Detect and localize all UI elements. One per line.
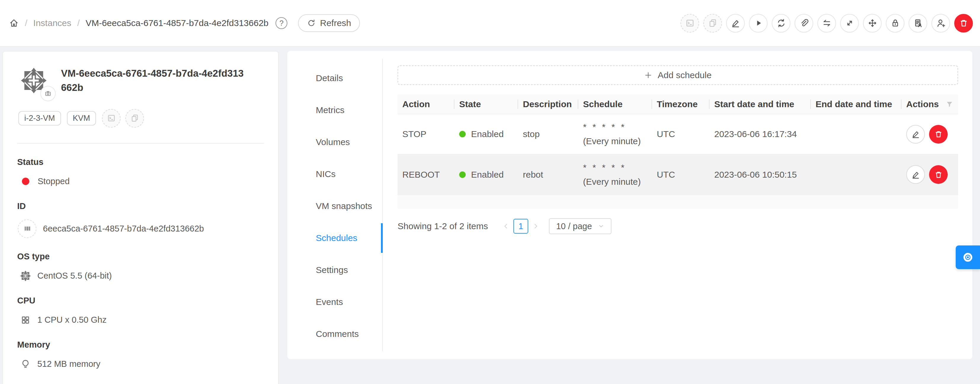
vm-info-card: VM-6eeca5ca-6761-4857-b7da-4e2fd313662b … — [2, 51, 279, 384]
camera-icon — [44, 90, 52, 97]
refresh-label: Refresh — [320, 18, 351, 28]
cell-timezone: UTC — [652, 114, 710, 154]
page-number-button[interactable]: 1 — [514, 219, 528, 233]
tab-nics[interactable]: NICs — [287, 158, 383, 190]
change-icon-button[interactable] — [40, 86, 56, 101]
delete-schedule-button[interactable] — [929, 165, 948, 184]
ui-settings-drawer-button[interactable] — [956, 246, 980, 269]
breadcrumb-separator: / — [77, 18, 80, 28]
edit-icon — [730, 18, 741, 28]
cell-actions — [902, 114, 958, 154]
col-timezone: Timezone — [652, 94, 710, 114]
move-icon — [867, 18, 878, 28]
vm-title: VM-6eeca5ca-6761-4857-b7da-4e2fd313662b — [61, 66, 248, 95]
col-action: Action — [398, 94, 455, 114]
cell-end-date — [811, 154, 902, 195]
schedules-table: Action State Description Schedule Timezo… — [398, 94, 958, 195]
cpu-section: CPU 1 CPU x 0.50 Ghz — [17, 296, 264, 326]
table-row: STOP Enabled stop * * * * * (Every minut… — [398, 114, 958, 154]
add-user-button[interactable] — [931, 14, 950, 33]
copy-button-small — [125, 109, 144, 128]
user-add-icon — [936, 18, 946, 28]
os-value: CentOS 5.5 (64-bit) — [37, 271, 112, 281]
id-label: ID — [17, 202, 264, 211]
col-end-date: End date and time — [811, 94, 902, 114]
delete-schedule-button[interactable] — [929, 125, 948, 144]
status-value: Stopped — [38, 176, 70, 186]
trash-icon — [934, 129, 943, 139]
tab-schedules[interactable]: Schedules — [287, 222, 383, 254]
move-button[interactable] — [863, 14, 881, 33]
play-icon — [753, 18, 764, 28]
breadcrumb-separator: / — [25, 18, 27, 28]
edit-schedule-button[interactable] — [906, 125, 925, 144]
centos-icon — [20, 271, 31, 281]
vm-logo — [21, 68, 47, 94]
id-value: 6eeca5ca-6761-4857-b7da-4e2fd313662b — [43, 224, 204, 233]
table-header-row: Action State Description Schedule Timezo… — [398, 94, 958, 114]
reset-password-button[interactable] — [886, 14, 904, 33]
assign-instance-button[interactable] — [908, 14, 927, 33]
trash-icon — [934, 170, 943, 179]
console-icon — [107, 113, 116, 123]
migrate-button[interactable] — [817, 14, 836, 33]
tab-comments[interactable]: Comments — [287, 318, 383, 350]
edit-schedule-button[interactable] — [906, 165, 925, 184]
tab-settings[interactable]: Settings — [287, 254, 383, 286]
col-start-date: Start date and time — [710, 94, 811, 114]
page-size-select[interactable]: 10 / page — [549, 218, 611, 234]
pagination: Showing 1-2 of 2 items 1 10 / page — [398, 218, 958, 234]
cell-start-date: 2023-06-06 16:17:34 — [710, 114, 811, 154]
gear-icon — [962, 251, 974, 263]
status-stopped-dot — [22, 178, 29, 185]
tab-details[interactable]: Details — [287, 62, 383, 94]
tab-vm-snapshots[interactable]: VM snapshots — [287, 190, 383, 222]
paperclip-icon — [799, 18, 809, 28]
tab-events[interactable]: Events — [287, 286, 383, 318]
id-section: ID 6eeca5ca-6761-4857-b7da-4e2fd313662b — [17, 202, 264, 238]
header-action-bar — [681, 14, 973, 33]
cell-action: STOP — [398, 114, 455, 154]
os-section: OS type CentOS 5.5 (64-bit) — [17, 252, 264, 282]
attach-iso-button[interactable] — [795, 14, 813, 33]
tab-metrics[interactable]: Metrics — [287, 94, 383, 126]
copy-icon — [130, 113, 140, 123]
console-button — [681, 14, 699, 33]
col-description: Description — [518, 94, 578, 114]
chevron-left-icon — [502, 222, 510, 230]
refresh-button[interactable]: Refresh — [298, 14, 360, 32]
sync-icon — [776, 18, 786, 28]
col-actions: Actions — [902, 94, 958, 114]
home-icon[interactable] — [9, 18, 19, 28]
add-schedule-button[interactable]: Add schedule — [398, 65, 958, 85]
help-icon[interactable]: ? — [275, 17, 287, 29]
enabled-dot — [459, 171, 466, 178]
copy-button — [703, 14, 722, 33]
breadcrumb-current-vm: VM-6eeca5ca-6761-4857-b7da-4e2fd313662b — [86, 18, 269, 28]
previous-page-button[interactable] — [502, 222, 510, 230]
reinstall-button[interactable] — [772, 14, 791, 33]
tag-hypervisor: KVM — [67, 111, 96, 125]
edit-icon — [911, 129, 920, 139]
edit-button[interactable] — [726, 14, 745, 33]
memory-value: 512 MB memory — [37, 359, 100, 369]
tab-volumes[interactable]: Volumes — [287, 126, 383, 158]
os-label: OS type — [17, 252, 264, 262]
page-size-value: 10 / page — [556, 221, 592, 231]
chevron-right-icon — [532, 222, 539, 230]
col-schedule: Schedule — [578, 94, 652, 114]
cell-start-date: 2023-06-06 10:50:15 — [710, 154, 811, 195]
console-button-small — [102, 109, 121, 128]
vm-detail-panel: Details Metrics Volumes NICs VM snapshot… — [287, 51, 972, 359]
filter-icon[interactable] — [946, 100, 953, 108]
destroy-button[interactable] — [954, 14, 973, 33]
breadcrumb: / Instances / VM-6eeca5ca-6761-4857-b7da… — [9, 14, 360, 32]
scale-button[interactable] — [840, 14, 859, 33]
start-button[interactable] — [749, 14, 768, 33]
breadcrumb-instances[interactable]: Instances — [33, 18, 71, 28]
console-icon — [685, 18, 695, 28]
next-page-button[interactable] — [532, 222, 539, 230]
status-label: Status — [17, 157, 264, 167]
reload-icon — [307, 19, 316, 27]
divider — [17, 143, 264, 144]
